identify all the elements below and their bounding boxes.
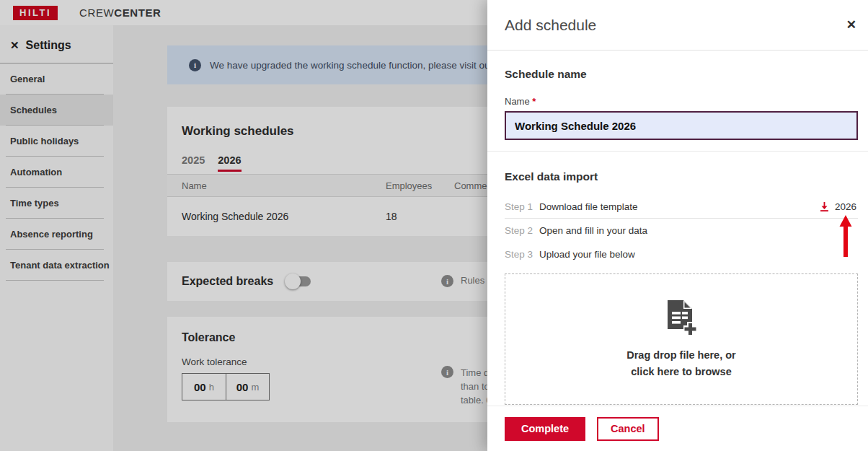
- panel-title: Add schedule: [505, 17, 596, 34]
- app-window: HILTI CREWCENTER ✕ Settings General Sche…: [0, 0, 868, 451]
- schedule-name-heading: Schedule name: [505, 51, 858, 81]
- add-file-icon: [665, 299, 698, 336]
- cancel-button[interactable]: Cancel: [597, 417, 659, 441]
- file-dropzone[interactable]: Drag drop file here, or click here to br…: [505, 273, 858, 405]
- close-panel-icon[interactable]: ✕: [846, 17, 856, 32]
- step-2-text: Open and fill in your data: [539, 225, 647, 236]
- step-1-label: Step 1: [505, 201, 539, 212]
- dropzone-line-1: Drag drop file here, or: [626, 347, 735, 363]
- step-2-label: Step 2: [505, 225, 539, 236]
- panel-footer: Complete Cancel: [487, 406, 868, 451]
- dropzone-text: Drag drop file here, or click here to br…: [626, 347, 735, 380]
- dropzone-line-2: click here to browse: [626, 364, 735, 380]
- import-steps: Step 1 Download file template 2026 Step …: [505, 195, 858, 266]
- panel-divider: [487, 151, 868, 152]
- complete-button[interactable]: Complete: [505, 417, 585, 441]
- step-3-row: Step 3 Upload your file below: [505, 242, 858, 266]
- step-2-row: Step 2 Open and fill in your data: [505, 219, 858, 242]
- panel-header: Add schedule ✕: [487, 0, 868, 51]
- excel-import-heading: Excel data import: [505, 170, 858, 183]
- required-asterisk: *: [532, 96, 536, 107]
- download-year-label: 2026: [835, 201, 856, 212]
- panel-body: Schedule name Name * Excel data import S…: [487, 51, 868, 405]
- annotation-arrow-up-icon: [839, 215, 852, 257]
- name-field-label: Name *: [505, 96, 858, 107]
- download-icon: [819, 201, 830, 212]
- step-3-label: Step 3: [505, 249, 539, 260]
- add-schedule-panel: Add schedule ✕ Schedule name Name * Exce…: [487, 0, 868, 451]
- name-label-text: Name: [505, 96, 530, 107]
- step-1-row: Step 1 Download file template 2026: [505, 195, 858, 219]
- step-3-text: Upload your file below: [539, 249, 635, 260]
- schedule-name-input[interactable]: [505, 111, 858, 140]
- step-1-text: Download file template: [539, 201, 638, 212]
